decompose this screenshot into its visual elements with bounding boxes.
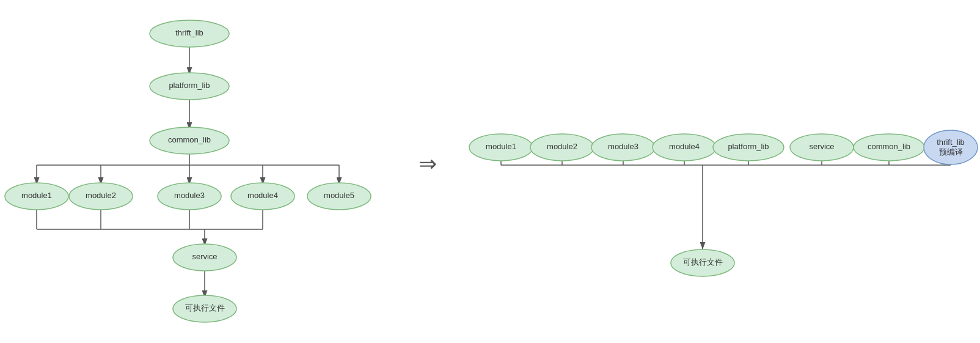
right-thrift-lib-label1: thrift_lib bbox=[937, 138, 965, 147]
right-module1-label: module1 bbox=[486, 142, 516, 151]
right-module2-label: module2 bbox=[547, 142, 577, 151]
left-module3-label: module3 bbox=[174, 191, 205, 200]
left-thrift-lib-label: thrift_lib bbox=[175, 28, 203, 37]
right-platform-lib-label: platform_lib bbox=[728, 142, 769, 151]
right-thrift-lib-label2: 预编译 bbox=[939, 147, 963, 157]
right-module3-label: module3 bbox=[608, 142, 638, 151]
left-module5-label: module5 bbox=[324, 191, 354, 200]
right-common-lib-label: common_lib bbox=[868, 142, 910, 151]
left-module2-label: module2 bbox=[86, 191, 116, 200]
right-executable-label: 可执行文件 bbox=[683, 257, 723, 267]
left-module1-label: module1 bbox=[21, 191, 52, 200]
left-common-lib-label: common_lib bbox=[168, 135, 211, 144]
implies-arrow: ⇒ bbox=[419, 151, 437, 176]
left-executable-label: 可执行文件 bbox=[185, 303, 225, 312]
diagram-svg: thrift_lib platform_lib common_lib modul… bbox=[0, 0, 980, 343]
left-module4-label: module4 bbox=[247, 191, 278, 200]
left-service-label: service bbox=[192, 252, 217, 261]
right-module4-label: module4 bbox=[669, 142, 700, 151]
right-service-label: service bbox=[809, 142, 834, 151]
left-platform-lib-label: platform_lib bbox=[169, 81, 210, 90]
